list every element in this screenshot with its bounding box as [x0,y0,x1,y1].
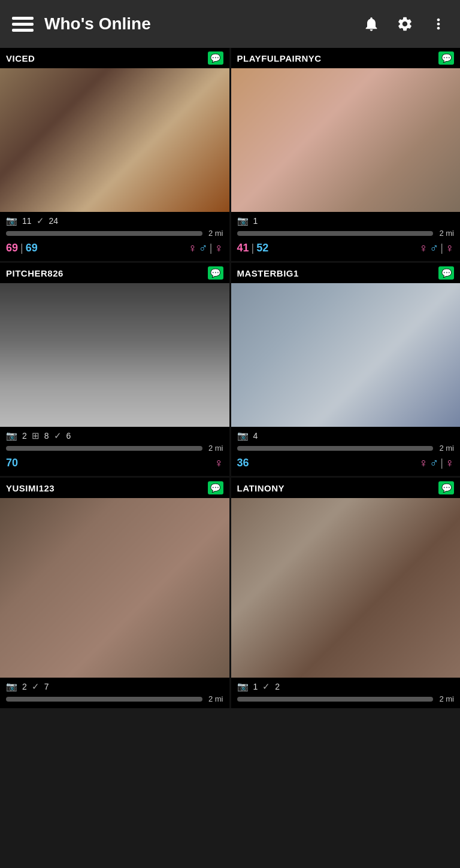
ages-masterbig: 36 [237,457,249,469]
location-bar-pitcher [6,446,202,451]
distance-latinony: 2 mi [439,694,454,703]
card-info-latinony: 📷 1 ✓ 2 2 mi [231,678,461,708]
ages-playful: 41 | 52 [237,242,269,254]
photo-placeholder-viced [0,68,229,212]
message-icon-latinony[interactable]: 💬 [438,481,454,494]
ages-row-playful: 41 | 52 ♀ ♂ | ♀ [237,240,455,259]
notifications-button[interactable] [359,12,383,36]
distance-playful: 2 mi [439,229,454,238]
distance-masterbig: 2 mi [439,444,454,453]
age-divider-playful: | [252,242,255,254]
distance-pitcher: 2 mi [208,444,223,453]
message-icon-masterbig[interactable]: 💬 [438,266,454,280]
ages-row-viced: 69 | 69 ♀ ♂ | ♀ [6,240,223,259]
camera-icon-latinony: 📷 [237,681,249,692]
photo-placeholder-masterbig [231,283,461,427]
gender-f1-viced: ♀ [188,241,197,255]
menu-bar-2 [12,23,34,26]
camera-icon-yusimi: 📷 [6,681,17,692]
more-icon [430,16,447,32]
camera-icon-playful: 📷 [237,216,249,226]
photo-count-pitcher: 2 [22,431,27,441]
video-icon-pitcher: ⊞ [32,430,40,441]
card-header-playful: PLAYFULPAIRNYC 💬 [231,48,461,68]
gender-f1-playful: ♀ [419,241,428,255]
card-info-yusimi: 📷 2 ✓ 7 2 mi [0,678,229,708]
card-header-pitcher: PITCHER826 💬 [0,263,229,283]
verified-count-pitcher: 6 [66,431,71,441]
stats-pitcher: 📷 2 ⊞ 8 ✓ 6 [6,430,223,441]
username-masterbig: MASTERBIG1 [237,268,299,278]
card-info-playful: 📷 1 2 mi 41 | 52 ♀ ♂ | ♀ [231,212,461,261]
card-info-viced: 📷 11 ✓ 24 2 mi 69 | 69 ♀ ♂ | ♀ [0,212,229,261]
message-icon-playful[interactable]: 💬 [438,51,454,65]
distance-yusimi: 2 mi [208,694,223,703]
photo-yusimi [0,498,229,678]
gear-icon [397,16,413,32]
gender-f2-playful: ♀ [445,241,454,255]
genders-pitcher: ♀ [214,456,223,470]
gender-m-playful: ♂ [429,241,438,255]
photo-count-yusimi: 2 [22,682,27,691]
gender-pipe-playful: | [440,242,443,254]
location-row-yusimi: 2 mi [6,694,223,703]
age-divider-viced: | [20,242,23,254]
username-yusimi: YUSIMI123 [6,483,55,493]
menu-icon[interactable] [10,11,36,37]
check-icon-yusimi: ✓ [32,681,40,692]
camera-icon-pitcher: 📷 [6,430,17,441]
location-bar-latinony [237,697,434,702]
menu-bar-3 [12,29,34,32]
card-pitcher826[interactable]: PITCHER826 💬 📷 2 ⊞ 8 ✓ 6 2 mi 70 [0,263,229,476]
card-playfulpairnyc[interactable]: PLAYFULPAIRNYC 💬 📷 1 2 mi 41 | 52 [231,48,461,261]
card-viced[interactable]: VICED 💬 📷 11 ✓ 24 2 mi 69 | 69 [0,48,229,261]
gender-f2-masterbig: ♀ [445,456,454,470]
photo-count-viced: 11 [22,216,32,226]
genders-playful: ♀ ♂ | ♀ [419,241,454,255]
location-bar-viced [6,231,202,236]
header-actions [359,12,450,36]
photo-latinony [231,498,461,678]
location-bar-playful [237,231,434,236]
video-count-pitcher: 8 [44,431,49,441]
message-icon-yusimi[interactable]: 💬 [208,481,223,494]
gender-f-pitcher: ♀ [214,456,223,470]
distance-viced: 2 mi [208,229,223,238]
check-icon-pitcher: ✓ [54,430,62,441]
check-icon-latinony: ✓ [262,681,270,692]
age-male-masterbig: 36 [237,457,249,469]
photo-viced [0,68,229,212]
stats-playful: 📷 1 [237,216,455,226]
photo-count-playful: 1 [253,216,258,226]
verified-count-latinony: 2 [275,682,280,691]
photo-pitcher [0,283,229,427]
card-info-masterbig: 📷 4 2 mi 36 ♀ ♂ | ♀ [231,427,461,476]
location-row-pitcher: 2 mi [6,444,223,453]
card-latinony[interactable]: LATINONY 💬 📷 1 ✓ 2 2 mi [231,478,461,708]
message-icon-pitcher[interactable]: 💬 [208,266,223,280]
photo-placeholder-pitcher [0,283,229,427]
card-yusimi123[interactable]: YUSIMI123 💬 📷 2 ✓ 7 2 mi [0,478,229,708]
settings-button[interactable] [393,12,417,36]
username-playful: PLAYFULPAIRNYC [237,53,322,63]
ages-row-masterbig: 36 ♀ ♂ | ♀ [237,455,455,474]
ages-viced: 69 | 69 [6,242,38,254]
ages-pitcher: 70 [6,457,18,469]
card-header-latinony: LATINONY 💬 [231,478,461,498]
card-header-masterbig: MASTERBIG1 💬 [231,263,461,283]
users-grid: VICED 💬 📷 11 ✓ 24 2 mi 69 | 69 [0,48,460,708]
location-row-viced: 2 mi [6,229,223,238]
gender-f1-masterbig: ♀ [419,456,428,470]
check-icon-viced: ✓ [37,216,44,226]
photo-count-latinony: 1 [253,682,258,691]
gender-f2-viced: ♀ [214,241,223,255]
card-masterbig1[interactable]: MASTERBIG1 💬 📷 4 2 mi 36 ♀ ♂ | [231,263,461,476]
more-options-button[interactable] [426,12,450,36]
location-row-playful: 2 mi [237,229,455,238]
gender-m-masterbig: ♂ [429,456,438,470]
message-icon-viced[interactable]: 💬 [208,51,223,65]
location-bar-masterbig [237,446,434,451]
photo-placeholder-playful [231,68,461,212]
genders-viced: ♀ ♂ | ♀ [188,241,223,255]
username-latinony: LATINONY [237,483,285,493]
